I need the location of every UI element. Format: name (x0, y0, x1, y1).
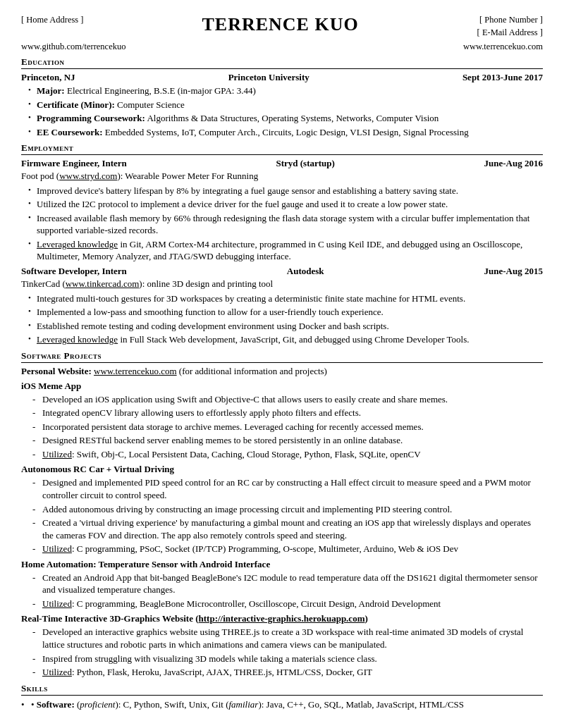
personal-website-link: www.terrencekuo.com (463, 42, 543, 52)
project4-items: Developed an interactive graphics websit… (21, 626, 543, 678)
job1-bullet-1: Improved device's battery lifespan by 8%… (28, 185, 543, 197)
project2-item-1: Designed and implemented PID speed contr… (32, 476, 543, 501)
project3-items: Created an Android App that bit-banged B… (21, 572, 543, 610)
job2-bullet-1: Integrated multi-touch gestures for 3D w… (28, 292, 543, 305)
header-left: [ Home Address ] (21, 14, 84, 27)
project3-utilized: Utilized: C programming, BeagleBone Micr… (32, 598, 543, 610)
edu-bullet-3: Programming Coursework: Algorithms & Dat… (28, 112, 543, 125)
project4-utilized: Utilized: Python, Flask, Heroku, JavaScr… (32, 666, 543, 679)
header-right: [ Phone Number ] [ E-Mail Address ] (477, 14, 543, 39)
job2-bullets: Integrated multi-touch gestures for 3D w… (21, 292, 543, 346)
project1-utilized: Utilized: Swift, Obj-C, Local Persistent… (32, 448, 543, 461)
job1-bullets: Improved device's battery lifespan by 8%… (21, 185, 543, 263)
header-center: Terrence Kuo (84, 14, 477, 35)
project2-item-3: Created a 'virtual driving experience' b… (32, 517, 543, 541)
job2-header: Software Developer, Intern Autodesk June… (21, 266, 543, 277)
project1-title: iOS Meme App (21, 381, 543, 392)
education-section-title: Education (21, 56, 543, 69)
edu-dates: Sept 2013-June 2017 (462, 72, 543, 83)
full-name: Terrence Kuo (84, 14, 477, 35)
skills-section-title: Skills (21, 683, 543, 696)
job2-bullet-3: Established remote testing and coding de… (28, 320, 543, 333)
job1-bullet-2: Utilized the I2C protocol to implement a… (28, 198, 543, 211)
project1-items: Developed an iOS application using Swift… (21, 393, 543, 461)
email-address: [ E-Mail Address ] (477, 27, 543, 39)
edu-bullet-1: Major: Electrical Engineering, B.S.E (in… (28, 85, 543, 97)
job2-title: Software Developer, Intern (21, 266, 127, 277)
project4-item-2: Inspired from struggling with visualizin… (32, 653, 543, 665)
project4-item-1: Developed an interactive graphics websit… (32, 626, 543, 650)
skills-software: • Software: (proficient): C, Python, Swi… (21, 698, 543, 711)
job2-bullet-2: Implemented a low-pass and smoothing fun… (28, 306, 543, 319)
project2-title: Autonomous RC Car + Virtual Driving (21, 464, 543, 475)
project1-item-2: Integrated openCV library allowing users… (32, 407, 543, 419)
skills-list: • Software: (proficient): C, Python, Swi… (21, 698, 543, 711)
project4-title: Real-Time Interactive 3D-Graphics Websit… (21, 613, 543, 624)
edu-school: Princeton University (228, 72, 309, 83)
project1-item-3: Incorporated persistent data storage to … (32, 421, 543, 433)
job1-desc: Foot pod (www.stryd.com): Wearable Power… (21, 170, 543, 183)
job1-dates: June-Aug 2016 (484, 158, 543, 169)
resume-header: [ Home Address ] Terrence Kuo [ Phone Nu… (21, 14, 543, 39)
home-address: [ Home Address ] (21, 15, 84, 25)
phone-number: [ Phone Number ] (477, 14, 543, 27)
project1-item-1: Developed an iOS application using Swift… (32, 393, 543, 406)
project2-items: Designed and implemented PID speed contr… (21, 476, 543, 555)
job1-company: Stryd (startup) (276, 158, 334, 169)
employment-section-title: Employment (21, 142, 543, 155)
job1-header: Firmware Engineer, Intern Stryd (startup… (21, 158, 543, 169)
project1-item-4: Designed RESTful backend server enabling… (32, 434, 543, 447)
job2-dates: June-Aug 2015 (484, 266, 543, 277)
project2-item-2: Added autonomous driving by constructing… (32, 503, 543, 516)
job1-title: Firmware Engineer, Intern (21, 158, 127, 169)
github-link: www.github.com/terrencekuo (21, 42, 125, 52)
subheader: www.github.com/terrencekuo www.terrencek… (21, 42, 543, 52)
edu-location: Princeton, NJ (21, 72, 75, 83)
skills-content: • Software: (proficient): C, Python, Swi… (21, 698, 543, 711)
job2-desc: TinkerCad (www.tinkercad.com): online 3D… (21, 278, 543, 290)
projects-section-title: Software Projects (21, 350, 543, 363)
project3-item-1: Created an Android App that bit-banged B… (32, 572, 543, 596)
edu-bullet-4: EE Coursework: Embedded Systems, IoT, Co… (28, 126, 543, 139)
education-bullets: Major: Electrical Engineering, B.S.E (in… (21, 85, 543, 138)
job2-company: Autodesk (287, 266, 324, 277)
job1-bullet-4: Leveraged knowledge in Git, ARM Cortex-M… (28, 238, 543, 263)
project2-utilized: Utilized: C programming, PSoC, Socket (I… (32, 543, 543, 555)
personal-website-line: Personal Website: www.terrencekuo.com (f… (21, 366, 543, 377)
education-entry-header: Princeton, NJ Princeton University Sept … (21, 72, 543, 83)
project3-title: Home Automation: Temperature Sensor with… (21, 559, 543, 570)
job2-bullet-4: Leveraged knowledge in Full Stack Web de… (28, 333, 543, 346)
job1-bullet-3: Increased available flash memory by 66% … (28, 212, 543, 237)
edu-bullet-2: Certificate (Minor): Computer Science (28, 99, 543, 111)
